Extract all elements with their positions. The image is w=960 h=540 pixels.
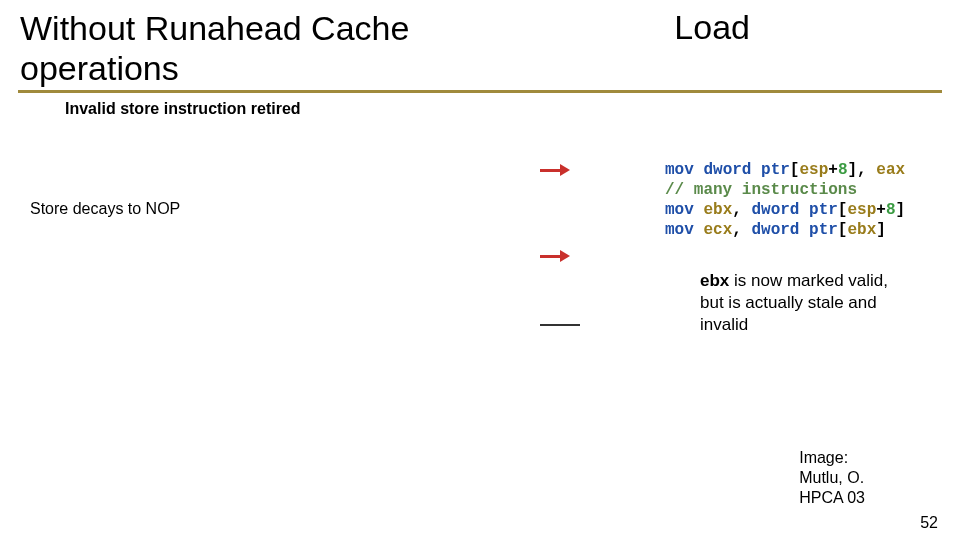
store-decays-text: Store decays to NOP [30, 200, 180, 218]
arrow-icon [540, 251, 570, 261]
code-block: mov dword ptr[esp+8], eax // many instru… [665, 160, 905, 240]
callout-text: ebx is now marked valid, but is actually… [700, 270, 900, 336]
title-divider [18, 90, 942, 93]
title-left: Without Runahead Cache operations [20, 8, 409, 88]
title-left-line2: operations [20, 49, 179, 87]
title-left-line1: Without Runahead Cache [20, 9, 409, 47]
underline-mark [540, 324, 580, 326]
title-right: Load [674, 8, 750, 47]
arrow-icon [540, 165, 570, 175]
subtitle: Invalid store instruction retired [65, 100, 301, 118]
image-credit: Image: Mutlu, O. HPCA 03 [799, 448, 865, 508]
callout-rest: is now marked valid, but is actually sta… [700, 271, 888, 334]
page-number: 52 [920, 514, 938, 532]
callout-reg: ebx [700, 271, 729, 290]
